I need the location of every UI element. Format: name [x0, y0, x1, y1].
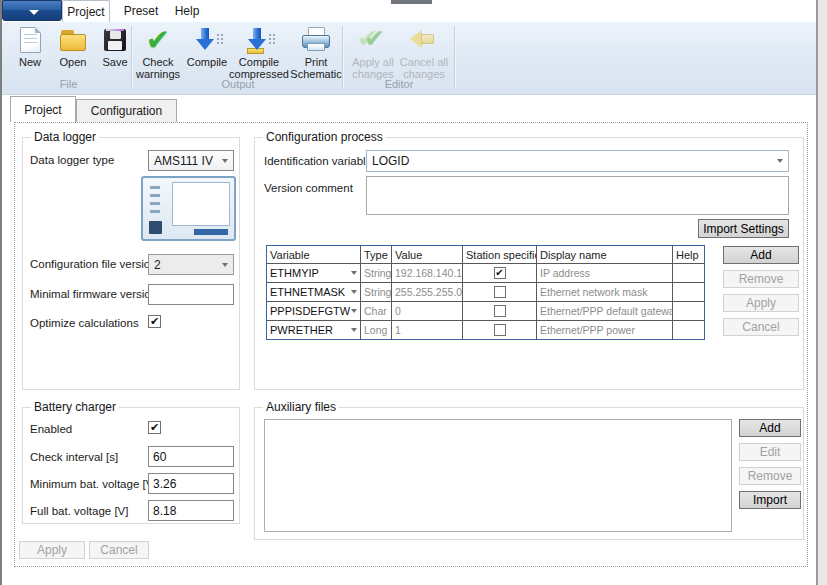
column-header-variable: Variable	[267, 246, 361, 263]
auxiliary-files-group-title: Auxiliary files	[263, 400, 339, 414]
optimize-calculations-checkbox[interactable]: ✔	[148, 315, 161, 328]
display-name-cell: IP address	[537, 264, 673, 282]
chevron-down-icon	[777, 159, 783, 163]
device-image	[141, 176, 236, 241]
ribbon-tab-help[interactable]: Help	[168, 0, 206, 22]
help-cell	[673, 264, 704, 282]
compile-arrow-icon	[194, 26, 220, 54]
ribbon-group-file-label: File	[5, 78, 132, 90]
enabled-label: Enabled	[30, 423, 72, 435]
desktop-background-strip	[818, 0, 827, 585]
station-specific-checkbox[interactable]	[494, 324, 506, 336]
variable-add-button[interactable]: Add	[723, 246, 799, 264]
aux-add-button[interactable]: Add	[739, 419, 801, 437]
minimal-firmware-label: Minimal firmware version	[30, 288, 157, 300]
variable-combobox[interactable]: ETHNETMASK	[267, 283, 361, 301]
device-connectors	[150, 186, 160, 189]
display-name-cell: Ethernet/PPP default gateway	[537, 302, 673, 320]
battery-charger-group-title: Battery charger	[31, 400, 119, 414]
data-logger-group-title: Data logger	[31, 130, 99, 144]
display-name-cell: Ethernet network mask	[537, 283, 673, 301]
column-header-help: Help	[673, 246, 704, 263]
check-interval-label: Check interval [s]	[30, 451, 118, 463]
aux-remove-button[interactable]: Remove	[739, 467, 801, 485]
variable-combobox[interactable]: ETHMYIP	[267, 264, 361, 282]
table-row: PPPISDEFGTW Char 0 Ethernet/PPP default …	[267, 302, 704, 321]
station-specific-checkbox[interactable]	[494, 286, 506, 298]
enabled-checkbox[interactable]: ✔	[148, 421, 161, 434]
column-header-display-name: Display name	[537, 246, 673, 263]
configuration-process-group-title: Configuration process	[263, 130, 386, 144]
minimum-voltage-input[interactable]	[148, 473, 234, 494]
table-row: ETHNETMASK String 255.255.255.0 Ethernet…	[267, 283, 704, 302]
minimal-firmware-input[interactable]	[148, 284, 234, 305]
type-cell: Char	[361, 302, 392, 320]
identification-variable-label: Identification variable	[264, 155, 372, 167]
aux-import-button[interactable]: Import	[739, 491, 801, 509]
station-specific-cell: ✔	[463, 264, 537, 282]
optimize-calculations-label: Optimize calculations	[30, 317, 139, 329]
check-interval-input[interactable]	[148, 446, 234, 467]
cancel-button[interactable]: Cancel	[89, 541, 149, 559]
version-comment-textarea[interactable]	[366, 176, 789, 215]
table-row: PWRETHER Long 1 Ethernet/PPP power	[267, 321, 704, 339]
ribbon-tab-project[interactable]: Project	[62, 0, 110, 22]
new-document-icon	[20, 27, 41, 53]
apply-button[interactable]: Apply	[19, 541, 85, 559]
column-header-value: Value	[392, 246, 463, 263]
check-icon: ✔	[146, 25, 170, 55]
variables-table: Variable Type Value Station specific Dis…	[266, 245, 705, 340]
variable-combobox[interactable]: PWRETHER	[267, 321, 361, 339]
station-specific-cell	[463, 283, 537, 301]
variable-cancel-button[interactable]: Cancel	[723, 318, 799, 336]
ribbon-divider	[454, 26, 456, 88]
chevron-down-icon	[351, 328, 357, 332]
variable-apply-button[interactable]: Apply	[723, 294, 799, 312]
data-logger-type-combobox[interactable]: AMS111 IV	[148, 150, 234, 171]
double-check-icon: ✔✔	[357, 25, 389, 55]
table-row: ETHMYIP String 192.168.140.10 ✔ IP addre…	[267, 264, 704, 283]
tab-configuration[interactable]: Configuration	[76, 99, 177, 122]
chevron-down-icon	[222, 159, 228, 163]
open-folder-icon	[60, 30, 86, 51]
table-header-row: Variable Type Value Station specific Dis…	[267, 246, 704, 264]
help-cell	[673, 321, 704, 339]
data-logger-type-label: Data logger type	[30, 154, 114, 166]
full-voltage-input[interactable]	[148, 500, 234, 521]
station-specific-cell	[463, 321, 537, 339]
titlebar-fragment	[391, 0, 432, 4]
help-cell	[673, 283, 704, 301]
printer-icon	[301, 27, 331, 53]
undo-arrow-icon	[410, 29, 438, 51]
variable-combobox[interactable]: PPPISDEFGTW	[267, 302, 361, 320]
station-specific-checkbox[interactable]	[494, 305, 506, 317]
ribbon-tab-preset[interactable]: Preset	[116, 0, 166, 22]
device-screen	[172, 182, 230, 226]
window-border-right	[816, 0, 818, 585]
value-cell: 192.168.140.10	[392, 264, 463, 282]
application-menu-button[interactable]	[2, 0, 62, 21]
value-cell: 255.255.255.0	[392, 283, 463, 301]
import-settings-button[interactable]: Import Settings	[698, 219, 789, 238]
save-floppy-icon	[104, 29, 126, 51]
minimum-voltage-label: Minimum bat. voltage [V]	[30, 478, 157, 490]
type-cell: String	[361, 283, 392, 301]
auxiliary-files-list[interactable]	[264, 419, 732, 532]
aux-edit-button[interactable]: Edit	[739, 443, 801, 461]
ribbon-group-editor-label: Editor	[343, 78, 455, 90]
variable-remove-button[interactable]: Remove	[723, 270, 799, 288]
version-comment-label: Version comment	[264, 182, 353, 194]
station-specific-cell	[463, 302, 537, 320]
identification-variable-combobox[interactable]: LOGID	[366, 150, 789, 172]
column-header-station-specific: Station specific	[463, 246, 537, 263]
compile-compressed-icon	[246, 26, 272, 54]
column-header-type: Type	[361, 246, 392, 263]
type-cell: String	[361, 264, 392, 282]
chevron-down-icon	[351, 290, 357, 294]
tab-project[interactable]: Project	[10, 96, 76, 122]
station-specific-checkbox[interactable]: ✔	[494, 267, 506, 279]
help-cell	[673, 302, 704, 320]
config-file-version-combobox[interactable]: 2	[148, 254, 234, 275]
chevron-down-icon	[351, 271, 357, 275]
type-cell: Long	[361, 321, 392, 339]
